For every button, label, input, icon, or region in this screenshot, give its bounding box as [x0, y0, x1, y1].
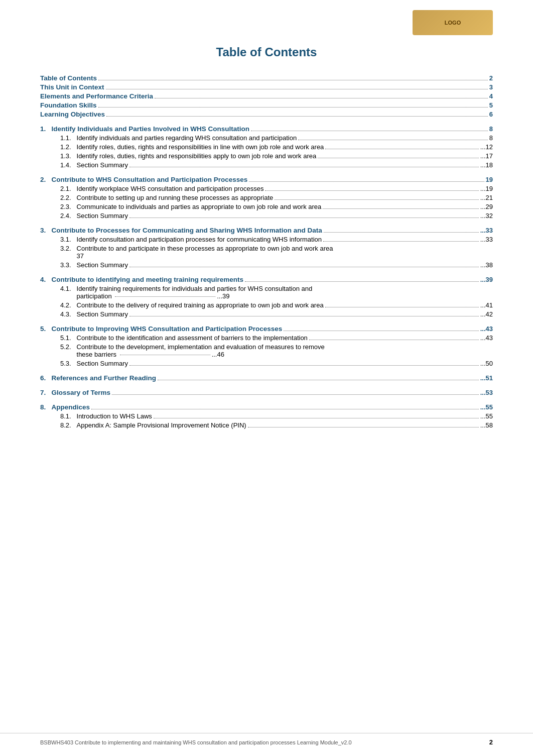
section-1-4-fill — [129, 167, 479, 167]
section-5-page: ...43 — [480, 325, 493, 333]
section-3-2-num: 3.2. — [60, 245, 77, 252]
section-4-2: 4.2. Contribute to the delivery of requi… — [40, 301, 493, 309]
section-4-page: ...39 — [480, 276, 493, 283]
logo-text: LOGO — [445, 19, 461, 26]
section-5-2-text: Contribute to the development, implement… — [77, 343, 493, 358]
section-2-3-fill — [323, 208, 478, 209]
section-8-2-fill — [248, 427, 479, 427]
section-5-1-num: 5.1. — [60, 334, 77, 342]
section-5-1: 5.1. Contribute to the identification an… — [40, 334, 493, 342]
section-8-2-page: ...58 — [480, 421, 493, 429]
section-4-num: 4. — [40, 276, 52, 283]
section-3-page: ...33 — [480, 227, 493, 234]
section-1-4: 1.4. Section Summary ...18 — [40, 161, 493, 169]
footer: BSBWHS403 Contribute to implementing and… — [0, 733, 533, 746]
section-3-1-fill — [323, 241, 479, 242]
section-4-2-text: Contribute to the delivery of required t… — [77, 301, 324, 309]
toc-page-context: 3 — [489, 83, 493, 91]
section-6-num: 6. — [40, 374, 52, 382]
section-1-4-num: 1.4. — [60, 161, 77, 169]
section-7-num: 7. — [40, 389, 52, 396]
section-3-num: 3. — [40, 227, 52, 234]
section-1-2-num: 1.2. — [60, 143, 77, 151]
section-6-title: References and Further Reading — [52, 374, 157, 382]
section-2-header: 2. Contribute to WHS Consultation and Pa… — [40, 176, 493, 183]
section-1-1: 1.1. Identify individuals and parties re… — [40, 134, 493, 142]
section-2-3-page: ...29 — [480, 203, 493, 210]
section-5-fill — [284, 331, 478, 331]
section-4-3-page: ...42 — [480, 310, 493, 318]
section-2: 2. Contribute to WHS Consultation and Pa… — [40, 176, 493, 220]
section-8-1-page: ...55 — [480, 412, 493, 420]
section-3-1-num: 3.1. — [60, 236, 77, 243]
footer-page: 2 — [489, 738, 493, 746]
section-5-2: 5.2. Contribute to the development, impl… — [40, 343, 493, 358]
section-4-1-num: 4.1. — [60, 285, 77, 292]
section-1-4-text: Section Summary — [77, 161, 128, 169]
toc-page-elements: 4 — [489, 92, 493, 100]
section-2-2-fill — [275, 199, 478, 200]
section-8-2: 8.2. Appendix A: Sample Provisional Impr… — [40, 421, 493, 429]
section-1-1-num: 1.1. — [60, 134, 77, 142]
toc-entry-toc: Table of Contents 2 — [40, 74, 493, 82]
section-3: 3. Contribute to Processes for Communica… — [40, 227, 493, 269]
section-3-3: 3.3. Section Summary ...38 — [40, 261, 493, 269]
footer-text: BSBWHS403 Contribute to implementing and… — [40, 739, 352, 745]
section-4-2-page: ...41 — [480, 301, 493, 309]
section-1-page: 8 — [489, 125, 493, 133]
section-2-page: 19 — [486, 176, 493, 183]
section-2-4-text: Section Summary — [77, 212, 128, 220]
section-2-3: 2.3. Communicate to individuals and part… — [40, 203, 493, 210]
section-3-3-text: Section Summary — [77, 261, 128, 269]
section-2-1: 2.1. Identify workplace WHS consultation… — [40, 185, 493, 192]
section-8-fill — [91, 409, 479, 409]
section-5-header: 5. Contribute to Improving WHS Consultat… — [40, 325, 493, 333]
section-8-header: 8. Appendices ...55 — [40, 403, 493, 411]
section-8-1-fill — [154, 418, 479, 418]
toc-entry-elements: Elements and Performance Criteria 4 — [40, 92, 493, 100]
top-level-entries: Table of Contents 2 This Unit in Context… — [40, 74, 493, 118]
section-5-1-text: Contribute to the identification and ass… — [77, 334, 308, 342]
section-1-3-text: Identify roles, duties, rights and respo… — [77, 152, 317, 160]
section-6-fill — [158, 380, 479, 380]
section-7-title: Glossary of Terms — [52, 389, 111, 396]
toc-label-elements: Elements and Performance Criteria — [40, 92, 153, 100]
section-4-fill — [245, 281, 479, 282]
section-2-4-page: ...32 — [480, 212, 493, 220]
toc-entry-foundation: Foundation Skills 5 — [40, 101, 493, 109]
section-5-3-fill — [129, 365, 479, 366]
section-1-2: 1.2. Identify roles, duties, rights and … — [40, 143, 493, 151]
section-3-header: 3. Contribute to Processes for Communica… — [40, 227, 493, 234]
section-2-num: 2. — [40, 176, 52, 183]
section-1-fill — [251, 131, 488, 131]
page-title-container: Table of Contents — [40, 45, 493, 59]
section-8-title: Appendices — [52, 403, 90, 411]
section-5: 5. Contribute to Improving WHS Consultat… — [40, 325, 493, 367]
section-1-2-text: Identify roles, duties, rights and respo… — [77, 143, 324, 151]
section-5-3-page: ...50 — [480, 360, 493, 367]
section-1-3-num: 1.3. — [60, 152, 77, 160]
section-1-title: Identify Individuals and Parties Involve… — [52, 125, 250, 133]
toc-label-learning: Learning Objectives — [40, 111, 105, 118]
section-8: 8. Appendices ...55 8.1. Introduction to… — [40, 403, 493, 429]
section-1-1-page: 8 — [489, 134, 493, 142]
section-3-3-fill — [129, 267, 479, 267]
section-7-page: ...53 — [480, 389, 493, 396]
section-2-2: 2.2. Contribute to setting up and runnin… — [40, 194, 493, 201]
section-5-title: Contribute to Improving WHS Consultation… — [52, 325, 283, 333]
section-1-4-page: ...18 — [480, 161, 493, 169]
section-1-num: 1. — [40, 125, 52, 133]
section-1-2-fill — [325, 149, 478, 149]
section-8-2-num: 8.2. — [60, 421, 77, 429]
section-4-3-text: Section Summary — [77, 310, 128, 318]
section-3-fill — [324, 232, 479, 233]
toc-fill-foundation — [98, 107, 488, 107]
section-5-num: 5. — [40, 325, 52, 333]
section-4-2-num: 4.2. — [60, 301, 77, 309]
toc-page-foundation: 5 — [489, 101, 493, 109]
logo: LOGO — [413, 10, 493, 35]
section-6-header: 6. References and Further Reading ...51 — [40, 374, 493, 382]
section-4-header: 4. Contribute to identifying and meeting… — [40, 276, 493, 283]
toc-fill-learning — [106, 116, 488, 117]
section-8-2-text: Appendix A: Sample Provisional Improveme… — [77, 421, 246, 429]
